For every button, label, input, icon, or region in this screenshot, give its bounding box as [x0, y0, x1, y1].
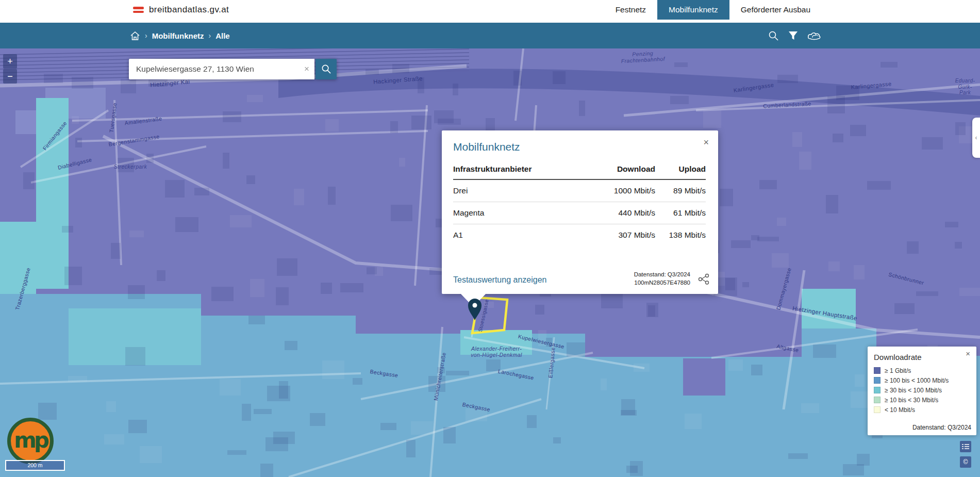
app-header: breitbandatlas.gv.at FestnetzMobilfunkne… [0, 0, 980, 23]
home-icon[interactable] [130, 31, 140, 41]
layers-button[interactable] [806, 30, 822, 42]
copyright-icon: © [964, 458, 968, 466]
legend-item: ≥ 100 bis < 1000 Mbit/s [874, 377, 949, 384]
collapse-panel-tab[interactable]: ‹ [972, 118, 980, 158]
layers-icon [807, 31, 821, 41]
toolbar: ›Mobilfunknetz›Alle [0, 23, 980, 48]
legend-swatch [874, 387, 881, 393]
share-button[interactable] [697, 273, 710, 287]
search-icon [768, 30, 779, 41]
zoom-controls: + − [3, 54, 17, 84]
search-bar: × [129, 59, 337, 79]
info-popup: Mobilfunknetz × Infrastrukturanbieter Do… [442, 130, 718, 294]
legend-swatch [874, 367, 881, 374]
tab-festnetz[interactable]: Festnetz [604, 0, 657, 20]
legend-label: ≥ 1 Gbit/s [885, 367, 911, 374]
column-header: Infrastrukturanbieter [453, 160, 585, 179]
legend-toggle-button[interactable] [960, 441, 971, 452]
clear-search-button[interactable]: × [300, 62, 314, 76]
filter-button[interactable] [787, 30, 799, 42]
legend-item: < 10 Mbit/s [874, 406, 949, 413]
test-evaluation-link[interactable]: Testauswertung anzeigen [453, 275, 546, 285]
legend-item: ≥ 30 bis < 100 Mbit/s [874, 387, 949, 393]
legend-swatch [874, 406, 881, 413]
breadcrumb-item[interactable]: Mobilfunknetz [152, 31, 204, 40]
breadcrumb: ›Mobilfunknetz›Alle [130, 23, 230, 48]
basemap-logo[interactable]: mp [7, 418, 54, 464]
list-icon [962, 443, 969, 450]
column-header: Upload [655, 160, 706, 179]
table-cell: 89 Mbit/s [655, 179, 706, 202]
search-toggle-button[interactable] [767, 29, 780, 42]
share-icon [697, 273, 710, 285]
attribution-button[interactable]: © [960, 456, 971, 468]
legend-item: ≥ 10 bis < 30 Mbit/s [874, 397, 949, 403]
legend-close-button[interactable]: × [962, 349, 973, 358]
table-cell: 1000 Mbit/s [585, 179, 655, 202]
map-pin-icon [466, 297, 484, 321]
table-cell: 138 Mbit/s [655, 224, 706, 246]
provider-table: Infrastrukturanbieter Download Upload Dr… [453, 160, 706, 246]
column-header: Download [585, 160, 655, 179]
table-cell: Drei [453, 179, 585, 202]
legend-data-status: Datenstand: Q3/2024 [912, 424, 971, 431]
legend-label: ≥ 30 bis < 100 Mbit/s [885, 387, 942, 394]
table-row: Magenta440 Mbit/s61 Mbit/s [453, 202, 706, 224]
search-input[interactable] [129, 59, 314, 79]
legend-label: ≥ 10 bis < 30 Mbit/s [885, 397, 938, 404]
legend-title: Downloadrate [874, 353, 922, 361]
legend-panel: Downloadrate × ≥ 1 Gbit/s≥ 100 bis < 100… [868, 347, 976, 435]
legend-swatch [874, 377, 881, 384]
breadcrumb-separator: › [145, 31, 147, 40]
data-status: Datenstand: Q3/2024 [634, 270, 690, 278]
grid-cell-id: 100mN28057E47880 [634, 278, 690, 287]
search-button[interactable] [315, 59, 337, 79]
table-cell: 61 Mbit/s [655, 202, 706, 224]
filter-icon [788, 31, 798, 41]
zoom-out-button[interactable]: − [3, 69, 17, 84]
popup-close-button[interactable]: × [700, 137, 712, 149]
app: Penzing FrachtenbahnhofKarlingergasseKar… [0, 0, 980, 477]
basemap-logo-text: mp [14, 427, 47, 453]
table-cell: 307 Mbit/s [585, 224, 655, 246]
austria-flag-icon [133, 7, 144, 13]
scale-label: 200 m [27, 462, 42, 468]
legend-label: < 10 Mbit/s [885, 406, 915, 414]
table-row: A1307 Mbit/s138 Mbit/s [453, 224, 706, 246]
popup-meta: Datenstand: Q3/2024 100mN28057E47880 [634, 270, 690, 287]
legend-label: ≥ 100 bis < 1000 Mbit/s [885, 377, 949, 384]
brand-title: breitbandatlas.gv.at [149, 5, 229, 15]
location-marker[interactable] [466, 297, 484, 323]
tab-mobilfunknetz[interactable]: Mobilfunknetz [657, 0, 729, 20]
brand-home-link[interactable]: breitbandatlas.gv.at [133, 0, 229, 20]
tab-geförderter-ausbau[interactable]: Geförderter Ausbau [729, 0, 822, 20]
table-row: Drei1000 Mbit/s89 Mbit/s [453, 179, 706, 202]
table-cell: Magenta [453, 202, 585, 224]
popup-title: Mobilfunknetz [453, 141, 520, 153]
table-cell: A1 [453, 224, 585, 246]
zoom-in-button[interactable]: + [3, 54, 17, 69]
breadcrumb-item[interactable]: Alle [215, 31, 230, 40]
toolbar-actions [767, 23, 822, 48]
scale-bar: 200 m [5, 460, 65, 471]
breadcrumb-separator: › [209, 31, 211, 40]
legend-item: ≥ 1 Gbit/s [874, 367, 949, 374]
table-cell: 440 Mbit/s [585, 202, 655, 224]
legend-swatch [874, 397, 881, 403]
nav-tabs: FestnetzMobilfunknetzGeförderter Ausbau [604, 0, 822, 20]
search-icon [321, 64, 331, 74]
